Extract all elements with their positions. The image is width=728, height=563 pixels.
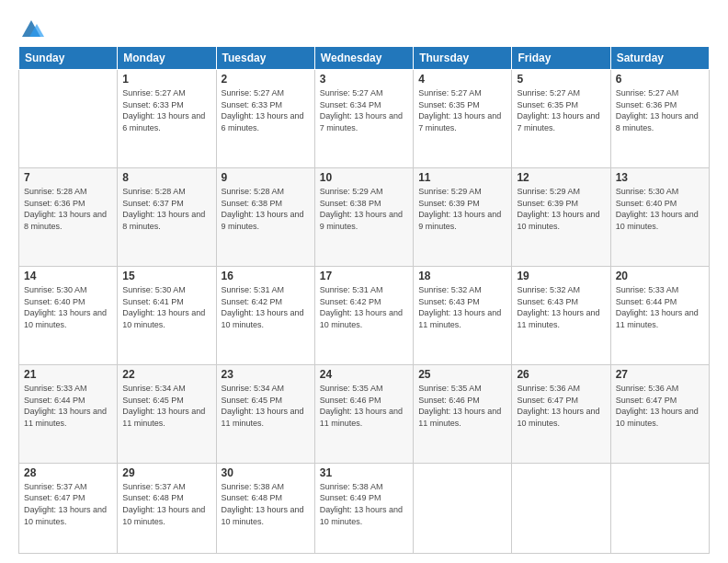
day-number: 22 (122, 368, 210, 381)
calendar-cell: 20Sunrise: 5:33 AMSunset: 6:44 PMDayligh… (610, 266, 709, 364)
calendar-header-row: SundayMondayTuesdayWednesdayThursdayFrid… (19, 47, 710, 70)
day-info: Sunrise: 5:27 AMSunset: 6:36 PMDaylight:… (616, 87, 704, 133)
day-info: Sunrise: 5:36 AMSunset: 6:47 PMDaylight:… (616, 383, 704, 429)
day-info: Sunrise: 5:34 AMSunset: 6:45 PMDaylight:… (222, 383, 310, 429)
calendar-cell: 30Sunrise: 5:38 AMSunset: 6:48 PMDayligh… (216, 463, 314, 553)
calendar-cell: 8Sunrise: 5:28 AMSunset: 6:37 PMDaylight… (118, 167, 216, 266)
calendar-week-5: 28Sunrise: 5:37 AMSunset: 6:47 PMDayligh… (19, 463, 710, 553)
calendar-header-thursday: Thursday (414, 47, 512, 70)
calendar-cell (19, 70, 118, 168)
day-number: 21 (24, 368, 112, 381)
day-number: 3 (320, 73, 408, 86)
calendar-header-friday: Friday (512, 47, 610, 70)
day-number: 23 (222, 368, 310, 381)
day-number: 28 (24, 466, 112, 479)
day-info: Sunrise: 5:33 AMSunset: 6:44 PMDaylight:… (616, 284, 704, 330)
day-info: Sunrise: 5:35 AMSunset: 6:46 PMDaylight:… (320, 383, 408, 429)
day-info: Sunrise: 5:31 AMSunset: 6:42 PMDaylight:… (320, 284, 408, 330)
calendar-cell: 28Sunrise: 5:37 AMSunset: 6:47 PMDayligh… (19, 463, 118, 553)
calendar-cell: 21Sunrise: 5:33 AMSunset: 6:44 PMDayligh… (19, 364, 118, 463)
day-info: Sunrise: 5:31 AMSunset: 6:42 PMDaylight:… (222, 284, 310, 330)
logo-icon (18, 17, 44, 42)
day-info: Sunrise: 5:28 AMSunset: 6:37 PMDaylight:… (122, 186, 210, 232)
calendar-cell: 3Sunrise: 5:27 AMSunset: 6:34 PMDaylight… (314, 70, 413, 168)
day-info: Sunrise: 5:32 AMSunset: 6:43 PMDaylight:… (517, 284, 605, 330)
day-number: 14 (24, 270, 112, 282)
day-info: Sunrise: 5:34 AMSunset: 6:45 PMDaylight:… (122, 383, 210, 429)
day-info: Sunrise: 5:30 AMSunset: 6:40 PMDaylight:… (24, 284, 112, 330)
day-number: 20 (616, 270, 704, 282)
day-number: 27 (616, 368, 704, 381)
calendar-cell: 13Sunrise: 5:30 AMSunset: 6:40 PMDayligh… (610, 167, 709, 266)
day-number: 24 (320, 368, 408, 381)
calendar-cell: 25Sunrise: 5:35 AMSunset: 6:46 PMDayligh… (414, 364, 512, 463)
day-number: 19 (517, 270, 605, 282)
calendar-cell: 10Sunrise: 5:29 AMSunset: 6:38 PMDayligh… (314, 167, 413, 266)
day-number: 26 (517, 368, 605, 381)
calendar-week-4: 21Sunrise: 5:33 AMSunset: 6:44 PMDayligh… (19, 364, 710, 463)
calendar-cell: 18Sunrise: 5:32 AMSunset: 6:43 PMDayligh… (414, 266, 512, 364)
calendar-cell: 4Sunrise: 5:27 AMSunset: 6:35 PMDaylight… (414, 70, 512, 168)
day-number: 7 (24, 171, 112, 184)
calendar-week-3: 14Sunrise: 5:30 AMSunset: 6:40 PMDayligh… (19, 266, 710, 364)
day-number: 18 (418, 270, 506, 282)
calendar-cell: 22Sunrise: 5:34 AMSunset: 6:45 PMDayligh… (118, 364, 216, 463)
calendar-cell: 5Sunrise: 5:27 AMSunset: 6:35 PMDaylight… (512, 70, 610, 168)
day-info: Sunrise: 5:33 AMSunset: 6:44 PMDaylight:… (24, 383, 112, 429)
calendar-header-wednesday: Wednesday (314, 47, 413, 70)
day-info: Sunrise: 5:30 AMSunset: 6:40 PMDaylight:… (616, 186, 704, 232)
day-info: Sunrise: 5:27 AMSunset: 6:35 PMDaylight:… (517, 87, 605, 133)
calendar-cell: 7Sunrise: 5:28 AMSunset: 6:36 PMDaylight… (19, 167, 118, 266)
day-number: 17 (320, 270, 408, 282)
day-number: 10 (320, 171, 408, 184)
day-number: 11 (418, 171, 506, 184)
calendar-cell: 1Sunrise: 5:27 AMSunset: 6:33 PMDaylight… (118, 70, 216, 168)
calendar-cell: 9Sunrise: 5:28 AMSunset: 6:38 PMDaylight… (216, 167, 314, 266)
day-number: 9 (222, 171, 310, 184)
header (18, 17, 710, 42)
calendar-cell: 11Sunrise: 5:29 AMSunset: 6:39 PMDayligh… (414, 167, 512, 266)
calendar-cell (610, 463, 709, 553)
day-info: Sunrise: 5:32 AMSunset: 6:43 PMDaylight:… (418, 284, 506, 330)
day-number: 4 (418, 73, 506, 86)
calendar-cell: 23Sunrise: 5:34 AMSunset: 6:45 PMDayligh… (216, 364, 314, 463)
calendar-cell (512, 463, 610, 553)
day-number: 31 (320, 466, 408, 479)
calendar-table: SundayMondayTuesdayWednesdayThursdayFrid… (18, 46, 710, 554)
day-info: Sunrise: 5:37 AMSunset: 6:48 PMDaylight:… (122, 481, 210, 527)
day-info: Sunrise: 5:27 AMSunset: 6:34 PMDaylight:… (320, 87, 408, 133)
calendar-cell: 15Sunrise: 5:30 AMSunset: 6:41 PMDayligh… (118, 266, 216, 364)
day-number: 2 (222, 73, 310, 86)
day-info: Sunrise: 5:27 AMSunset: 6:33 PMDaylight:… (122, 87, 210, 133)
day-number: 12 (517, 171, 605, 184)
day-info: Sunrise: 5:27 AMSunset: 6:35 PMDaylight:… (418, 87, 506, 133)
day-info: Sunrise: 5:29 AMSunset: 6:39 PMDaylight:… (517, 186, 605, 232)
day-info: Sunrise: 5:30 AMSunset: 6:41 PMDaylight:… (122, 284, 210, 330)
calendar-cell: 6Sunrise: 5:27 AMSunset: 6:36 PMDaylight… (610, 70, 709, 168)
day-info: Sunrise: 5:28 AMSunset: 6:36 PMDaylight:… (24, 186, 112, 232)
calendar-cell: 27Sunrise: 5:36 AMSunset: 6:47 PMDayligh… (610, 364, 709, 463)
calendar-cell: 29Sunrise: 5:37 AMSunset: 6:48 PMDayligh… (118, 463, 216, 553)
day-info: Sunrise: 5:38 AMSunset: 6:49 PMDaylight:… (320, 481, 408, 527)
logo (18, 17, 48, 42)
calendar-cell: 2Sunrise: 5:27 AMSunset: 6:33 PMDaylight… (216, 70, 314, 168)
calendar-cell: 17Sunrise: 5:31 AMSunset: 6:42 PMDayligh… (314, 266, 413, 364)
day-number: 13 (616, 171, 704, 184)
calendar-cell: 16Sunrise: 5:31 AMSunset: 6:42 PMDayligh… (216, 266, 314, 364)
day-number: 15 (122, 270, 210, 282)
calendar-cell: 12Sunrise: 5:29 AMSunset: 6:39 PMDayligh… (512, 167, 610, 266)
calendar-cell: 14Sunrise: 5:30 AMSunset: 6:40 PMDayligh… (19, 266, 118, 364)
page: SundayMondayTuesdayWednesdayThursdayFrid… (0, 0, 728, 563)
day-info: Sunrise: 5:38 AMSunset: 6:48 PMDaylight:… (222, 481, 310, 527)
calendar-week-1: 1Sunrise: 5:27 AMSunset: 6:33 PMDaylight… (19, 70, 710, 168)
calendar-cell: 31Sunrise: 5:38 AMSunset: 6:49 PMDayligh… (314, 463, 413, 553)
calendar-cell: 19Sunrise: 5:32 AMSunset: 6:43 PMDayligh… (512, 266, 610, 364)
calendar-cell: 26Sunrise: 5:36 AMSunset: 6:47 PMDayligh… (512, 364, 610, 463)
calendar-cell (414, 463, 512, 553)
calendar-week-2: 7Sunrise: 5:28 AMSunset: 6:36 PMDaylight… (19, 167, 710, 266)
day-info: Sunrise: 5:28 AMSunset: 6:38 PMDaylight:… (222, 186, 310, 232)
calendar-header-sunday: Sunday (19, 47, 118, 70)
day-info: Sunrise: 5:36 AMSunset: 6:47 PMDaylight:… (517, 383, 605, 429)
day-number: 1 (122, 73, 210, 86)
day-info: Sunrise: 5:29 AMSunset: 6:38 PMDaylight:… (320, 186, 408, 232)
